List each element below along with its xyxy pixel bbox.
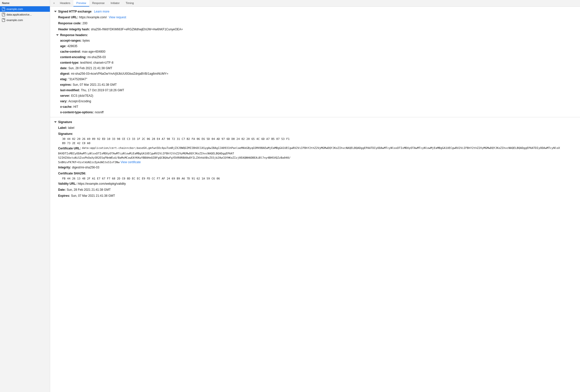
cert-url-line4: 5nBHzvFK7KF+VzxtkbN2zcEpkdW1teS1vY3Nw	[58, 161, 120, 164]
cert-url-label: Certificate URL:	[58, 146, 81, 151]
response-header-label: expires:	[60, 82, 72, 87]
request-url-label: Request URL:	[58, 15, 78, 20]
tab-initiator[interactable]: Initiator	[108, 0, 123, 7]
response-header-value: mi-sha256-03=kcwVP6aOwYmA/j9JbUU0GbuiZdn…	[71, 71, 168, 76]
sidebar: Name example.com data:application/ce... …	[0, 0, 50, 392]
cert-sha256-row: Certificate SHA256:	[50, 170, 580, 176]
response-header-row: age:428635	[50, 43, 580, 49]
content-area: Signed HTTP exchange Learn more Request …	[50, 7, 580, 392]
response-headers-section[interactable]: Response headers:	[50, 32, 580, 38]
tab-headers[interactable]: Headers	[57, 0, 73, 7]
sidebar-item-label: data:application/ce...	[7, 13, 32, 16]
sidebar-item-label: example.com	[7, 19, 23, 22]
integrity-label: Integrity:	[58, 165, 71, 170]
response-header-value: max-age=604800	[82, 49, 106, 54]
response-header-label: content-type:	[60, 60, 79, 65]
response-header-label: etag:	[60, 77, 67, 81]
sidebar-item-example-com[interactable]: example.com	[0, 6, 50, 12]
response-header-label: accept-ranges:	[60, 38, 81, 43]
view-request-link[interactable]: View request	[109, 15, 126, 20]
response-header-row: cache-control:max-age=604800	[50, 49, 580, 54]
response-headers-list: accept-ranges:bytesage:428635cache-contr…	[50, 38, 580, 115]
sidebar-item-label: example.com	[7, 8, 23, 11]
collapse-triangle-icon	[54, 11, 57, 12]
file-icon	[2, 7, 5, 11]
signed-http-exchange-title: Signed HTTP exchange	[58, 10, 91, 13]
cert-sha256-label: Certificate SHA256:	[58, 171, 86, 176]
response-header-label: date:	[60, 66, 67, 70]
request-url-row: Request URL: https://example.com/ View r…	[50, 14, 580, 20]
header-integrity-value: sha256-/IWdYDKW663F+eRGZMdhwjEhIJW+Hw6hK…	[91, 27, 183, 32]
response-header-label: last-modified:	[60, 88, 80, 92]
sig-label-value: label	[68, 126, 74, 130]
signature-title: Signature	[58, 120, 72, 124]
expires-value: Sun, 07 Mar 2021 21:41:38 GMT	[71, 193, 115, 198]
response-header-row: accept-ranges:bytes	[50, 38, 580, 43]
sig-label-label: Label:	[58, 126, 67, 130]
signature-row: Signature:	[50, 131, 580, 137]
sidebar-item-data-app[interactable]: data:application/ce...	[0, 12, 50, 17]
tab-response[interactable]: Response	[89, 0, 108, 7]
signed-http-exchange-section[interactable]: Signed HTTP exchange Learn more	[50, 9, 580, 14]
response-header-row: digest:mi-sha256-03=kcwVP6aOwYmA/j9JbUU0…	[50, 71, 580, 76]
sidebar-item-example-com-2[interactable]: example.com	[0, 17, 50, 23]
response-header-label: vary:	[60, 99, 67, 104]
view-certificate-link[interactable]: View certificate	[121, 160, 141, 164]
response-header-row: expires:Sun, 07 Mar 2021 21:41:38 GMT	[50, 82, 580, 87]
tab-close-button[interactable]: ×	[51, 0, 57, 7]
response-header-label: digest:	[60, 71, 70, 76]
response-header-value: bytes	[82, 38, 90, 43]
response-header-row: server:ECS (dcb/7EA2)	[50, 93, 580, 99]
response-header-value: nosniff	[95, 110, 104, 115]
tab-preview[interactable]: Preview	[73, 0, 89, 7]
response-header-row: x-cache:HIT	[50, 104, 580, 110]
header-integrity-row: Header integrity hash: sha256-/IWdYDKW66…	[50, 26, 580, 32]
sidebar-header: Name	[0, 0, 50, 6]
response-header-row: x-content-type-options:nosniff	[50, 110, 580, 115]
integrity-value: digest/mi-sha256-03	[72, 165, 99, 170]
divider	[50, 117, 580, 117]
response-header-label: age:	[60, 44, 66, 48]
main-panel: × Headers Preview Response Initiator Tim…	[50, 0, 580, 392]
expires-label: Expires:	[58, 193, 70, 198]
signature-line1: 30 44 02 20 26 A9 89 92 ED 10 33 98 CE C…	[50, 137, 580, 141]
response-header-value: text/html; charset=UTF-8	[80, 60, 113, 65]
response-header-row: content-encoding:mi-sha256-03	[50, 54, 580, 60]
cert-url-line2: B4XDTIxMDIyODAwMTcyNloxDTIxMDUyOTAwMTcyN…	[50, 151, 580, 156]
date-row: Date: Sun, 28 Feb 2021 21:41:38 GMT	[50, 187, 580, 193]
signature-label: Signature:	[58, 132, 73, 136]
response-code-row: Response code: 200	[50, 20, 580, 26]
header-integrity-label: Header integrity hash:	[58, 27, 90, 32]
signature-section[interactable]: Signature	[50, 119, 580, 125]
integrity-row: Integrity: digest/mi-sha256-03	[50, 164, 580, 170]
response-header-value: Accept-Encoding	[68, 99, 91, 104]
response-header-row: etag:"3147526947"	[50, 76, 580, 82]
response-header-value: Sun, 07 Mar 2021 21:41:38 GMT	[73, 82, 117, 87]
collapse-triangle-icon	[54, 121, 57, 123]
response-header-label: x-cache:	[60, 105, 72, 109]
collapse-triangle-icon	[56, 34, 59, 36]
file-icon	[2, 18, 5, 22]
response-header-value: Thu, 17 Oct 2019 07:18:26 GMT	[81, 88, 124, 92]
response-header-label: content-encoding:	[60, 55, 86, 59]
validity-url-value: https://example.com/webpkg/validity	[78, 181, 126, 186]
response-header-value: HIT	[73, 105, 78, 109]
response-header-row: vary:Accept-Encoding	[50, 99, 580, 104]
response-header-label: x-content-type-options:	[60, 110, 94, 115]
signature-label-row: Label: label	[50, 125, 580, 131]
cert-url-line3: 52IHZXAxtuNiSZvoPkOaXySR2ESqFNnWEuU/BaMs…	[50, 156, 580, 160]
cert-url-line4-row: 5nBHzvFK7KF+VzxtkbN2zcEpkdW1teS1vY3Nw Vi…	[50, 160, 580, 164]
learn-more-link[interactable]: Learn more	[94, 10, 109, 13]
tab-timing[interactable]: Timing	[123, 0, 137, 7]
response-header-label: server:	[60, 93, 70, 98]
cert-url-row: Certificate URL: data:application/cert-c…	[50, 145, 580, 151]
response-header-label: cache-control:	[60, 49, 81, 54]
response-header-value: 428635	[67, 44, 77, 48]
response-headers-title: Response headers:	[60, 33, 88, 37]
response-header-value: Sun, 28 Feb 2021 21:41:38 GMT	[68, 66, 112, 70]
response-header-row: content-type:text/html; charset=UTF-8	[50, 60, 580, 65]
validity-url-label: Validity URL:	[58, 181, 77, 186]
signature-line2: B9 73 2E 42 C0 A0	[50, 141, 580, 145]
response-header-value: "3147526947"	[68, 77, 87, 81]
expires-row: Expires: Sun, 07 Mar 2021 21:41:38 GMT	[50, 193, 580, 199]
